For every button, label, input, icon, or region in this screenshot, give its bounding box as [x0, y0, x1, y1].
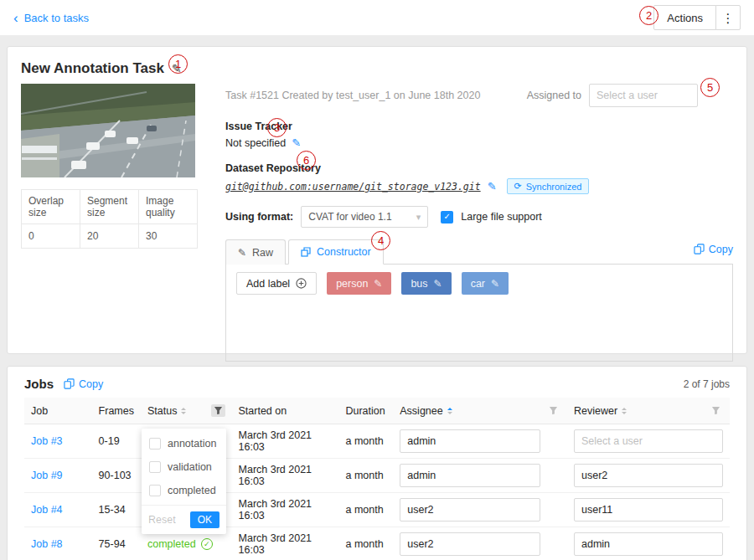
job-reviewer-input[interactable]	[574, 429, 723, 453]
status-filter-icon[interactable]	[211, 404, 225, 417]
format-row: Using format: CVAT for video 1.1 ▾ ✓ Lar…	[225, 206, 733, 228]
actions-group: Actions ⋮	[653, 5, 741, 30]
copy-icon	[694, 244, 705, 254]
issue-tracker-row: Not specified ✎	[225, 136, 733, 149]
job-frames: 15-34	[92, 493, 141, 527]
filter-ok-button[interactable]: OK	[190, 511, 219, 528]
param-header-segment: Segment size	[80, 190, 139, 224]
filter-reset-button[interactable]: Reset	[148, 514, 176, 526]
vertical-dots-icon: ⋮	[722, 11, 735, 25]
job-frames: 75-94	[92, 527, 141, 560]
job-started: March 3rd 2021 16:03	[232, 527, 339, 560]
col-header-job[interactable]: Job	[24, 398, 92, 424]
actions-button[interactable]: Actions	[653, 5, 716, 30]
sync-status-badge[interactable]: ⟳ Synchronized	[507, 178, 590, 194]
back-chevron-icon: ‹	[13, 11, 18, 25]
job-assignee-input[interactable]	[400, 532, 540, 556]
job-reviewer-input[interactable]	[574, 498, 723, 521]
format-select[interactable]: CVAT for video 1.1 ▾	[301, 206, 428, 228]
dataset-repository-row: git@github.com:username/git_storage_v123…	[225, 178, 733, 194]
label-chip-bus[interactable]: bus ✎	[401, 272, 451, 295]
sync-icon: ⟳	[514, 181, 522, 192]
col-header-started[interactable]: Started on	[232, 398, 339, 424]
task-preview-image	[21, 84, 195, 177]
jobs-copy-label: Copy	[79, 378, 103, 390]
job-duration: a month	[338, 527, 393, 560]
back-to-tasks-link[interactable]: ‹ Back to tasks	[13, 11, 89, 25]
jobs-count: 2 of 7 jobs	[684, 378, 730, 390]
check-circle-icon: ✓	[201, 538, 213, 550]
add-label-button[interactable]: Add label	[236, 272, 317, 295]
edit-title-icon[interactable]: ✎	[172, 62, 182, 75]
job-link[interactable]: Job #8	[31, 538, 63, 550]
assignee-sort-icon[interactable]	[447, 408, 452, 414]
using-format-label: Using format:	[225, 211, 293, 223]
filter-option-completed[interactable]: completed	[142, 479, 226, 502]
label-chip-person[interactable]: person ✎	[327, 272, 391, 295]
task-body: Overlap size Segment size Image quality …	[21, 84, 733, 362]
constructor-block-icon	[301, 247, 311, 257]
status-text: completed	[147, 538, 196, 550]
labels-tabs-row: ✎ Raw Constructor Copy	[225, 239, 733, 265]
traffic-scene-graphic	[21, 84, 195, 177]
col-header-reviewer[interactable]: Reviewer	[567, 398, 730, 424]
checkbox-unchecked[interactable]	[149, 461, 161, 473]
job-duration: a month	[338, 424, 393, 459]
job-row: Job #3 0-19 March 3rd 2021 16:03 a month	[24, 424, 730, 459]
task-right-column: Task #1521 Created by test_user_1 on Jun…	[212, 84, 733, 362]
job-link[interactable]: Job #9	[31, 470, 63, 481]
job-row: Job #4 15-34 March 3rd 2021 16:03 a mont…	[24, 493, 730, 527]
filter-option-validation[interactable]: validation	[142, 455, 226, 479]
jobs-card: Jobs Copy 2 of 7 jobs Job Frames Status	[7, 366, 747, 560]
edit-label-icon[interactable]: ✎	[491, 278, 499, 290]
job-row: Job #8 75-94 completed ✓ March 3rd 2021 …	[24, 527, 730, 560]
tab-constructor[interactable]: Constructor	[288, 239, 384, 265]
label-chip-bus-name: bus	[411, 278, 427, 290]
param-value-quality: 30	[139, 224, 198, 249]
large-file-support-checkbox[interactable]: ✓	[441, 211, 453, 223]
param-value-overlap: 0	[22, 224, 80, 249]
job-link[interactable]: Job #4	[31, 504, 63, 516]
col-header-duration[interactable]: Duration	[338, 398, 393, 424]
job-assignee-input[interactable]	[400, 498, 540, 521]
checkbox-unchecked[interactable]	[149, 438, 161, 450]
assignee-filter-icon[interactable]	[546, 404, 560, 417]
assigned-to-label: Assigned to	[527, 90, 581, 101]
filter-option-label: validation	[168, 461, 212, 473]
edit-issue-tracker-icon[interactable]: ✎	[292, 136, 301, 149]
label-chip-car[interactable]: car ✎	[462, 272, 509, 295]
labels-copy-link[interactable]: Copy	[694, 244, 733, 255]
job-link[interactable]: Job #3	[31, 435, 63, 447]
col-header-assignee[interactable]: Assignee	[393, 398, 567, 424]
reviewer-sort-icon[interactable]	[622, 408, 627, 414]
copy-icon	[64, 378, 75, 389]
col-header-status[interactable]: Status	[141, 398, 232, 424]
job-frames: 90-103	[92, 459, 141, 493]
job-duration: a month	[338, 459, 393, 493]
job-frames: 0-19	[92, 424, 141, 459]
tab-raw[interactable]: ✎ Raw	[225, 239, 286, 265]
task-assignee-input[interactable]	[589, 84, 698, 107]
job-reviewer-input[interactable]	[574, 464, 723, 487]
repository-url[interactable]: git@github.com:username/git_storage_v123…	[225, 181, 481, 193]
job-assignee-input[interactable]	[400, 429, 540, 453]
actions-menu-button[interactable]: ⋮	[715, 5, 741, 30]
jobs-copy-link[interactable]: Copy	[64, 378, 103, 390]
job-reviewer-input[interactable]	[574, 532, 723, 556]
col-header-frames[interactable]: Frames	[92, 398, 141, 424]
status-sort-icon[interactable]	[181, 408, 186, 414]
jobs-title: Jobs	[24, 377, 54, 391]
add-label-text: Add label	[246, 278, 290, 290]
status-filter-dropdown: annotation validation completed Reset OK	[142, 429, 226, 534]
filter-option-annotation[interactable]: annotation	[142, 432, 226, 455]
issue-tracker-value: Not specified	[225, 137, 286, 149]
jobs-header: Jobs Copy 2 of 7 jobs	[24, 377, 730, 391]
edit-label-icon[interactable]: ✎	[374, 278, 382, 290]
back-link-label: Back to tasks	[24, 12, 89, 24]
reviewer-filter-icon[interactable]	[709, 404, 723, 417]
edit-repository-icon[interactable]: ✎	[488, 180, 497, 193]
edit-label-icon[interactable]: ✎	[434, 278, 442, 290]
checkbox-unchecked[interactable]	[149, 485, 161, 496]
job-assignee-input[interactable]	[400, 464, 540, 487]
jobs-table: Job Frames Status Started on Duration	[24, 398, 730, 560]
